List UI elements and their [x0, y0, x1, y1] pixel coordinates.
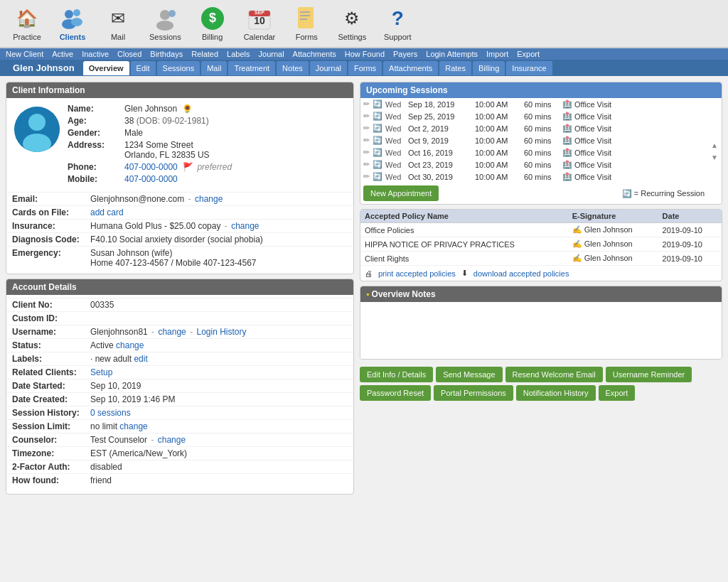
scroll-up-arrow[interactable]: ▲	[710, 141, 719, 150]
mobile-link[interactable]: 407-000-0000	[124, 174, 178, 184]
top-navigation: 🏠 Practice Clients ✉ Mail Sessions	[0, 0, 728, 48]
nav-calendar[interactable]: SEP 10 Calendar	[237, 3, 283, 44]
labels-edit-link[interactable]: edit	[134, 354, 147, 364]
policies-footer: 🖨 print accepted policies ⬇ download acc…	[360, 266, 722, 281]
nav-export[interactable]: Export	[517, 50, 540, 58]
username-reminder-button[interactable]: Username Reminder	[606, 367, 692, 382]
edit-session-icon[interactable]: ✏	[363, 148, 370, 157]
recurring-legend: 🔄 = Recurring Session	[622, 189, 705, 198]
tab-notes[interactable]: Notes	[277, 61, 309, 75]
nav-active[interactable]: Active	[52, 50, 73, 58]
edit-session-icon[interactable]: ✏	[363, 112, 370, 121]
session-history-label: Session History:	[12, 408, 90, 418]
nav-how-found[interactable]: How Found	[345, 50, 385, 58]
tab-insurance[interactable]: Insurance	[506, 61, 552, 75]
edit-session-icon[interactable]: ✏	[363, 99, 370, 109]
password-reset-button[interactable]: Password Reset	[360, 385, 431, 401]
nav-inactive[interactable]: Inactive	[82, 50, 109, 58]
recurring-icon: 🔄	[373, 136, 382, 145]
nav-related[interactable]: Related	[191, 50, 218, 58]
nav-support[interactable]: ? Support	[376, 3, 419, 44]
nav-journal[interactable]: Journal	[259, 50, 284, 58]
nav-forms[interactable]: Forms	[285, 3, 328, 44]
sessions-scroll[interactable]: ✏ 🔄 Wed Sep 18, 2019 10:00 AM 60 mins 🏥 …	[360, 98, 707, 183]
recurring-icon: 🔄	[373, 112, 382, 121]
nav-import[interactable]: Import	[486, 50, 508, 58]
recurring-icon: 🔄	[373, 148, 382, 157]
session-type-icon: 🏥	[562, 172, 572, 181]
notification-history-button[interactable]: Notification History	[516, 385, 596, 401]
counselor-change-link[interactable]: change	[158, 435, 186, 445]
session-row: ✏ 🔄 Wed Oct 9, 2019 10:00 AM 60 mins 🏥 O…	[360, 134, 707, 146]
edit-session-icon[interactable]: ✏	[363, 160, 370, 169]
date-created-label: Date Created:	[12, 394, 90, 404]
phone-link[interactable]: 407-000-0000	[124, 162, 178, 172]
session-type: 🏥 Office Visit	[562, 136, 611, 145]
right-panel: Upcoming Sessions ✏ 🔄 Wed Sep 18, 2019 1…	[360, 82, 722, 495]
download-policies-link[interactable]: download accepted policies	[473, 269, 569, 278]
account-details-card: Account Details Client No: 00335 Custom …	[6, 279, 354, 495]
twofa-row: 2-Factor Auth: disabled	[6, 460, 353, 473]
tab-mail[interactable]: Mail	[201, 61, 227, 75]
nav-attachments[interactable]: Attachments	[293, 50, 336, 58]
edit-session-icon[interactable]: ✏	[363, 172, 370, 181]
nav-login-attempts[interactable]: Login Attempts	[426, 50, 478, 58]
edit-session-icon[interactable]: ✏	[363, 124, 370, 133]
nav-payers[interactable]: Payers	[393, 50, 417, 58]
nav-settings[interactable]: ⚙ Settings	[331, 3, 373, 44]
session-date: Sep 18, 2019	[408, 100, 472, 109]
send-message-button[interactable]: Send Message	[436, 367, 502, 382]
tab-rates[interactable]: Rates	[439, 61, 471, 75]
scroll-down-arrow[interactable]: ▼	[710, 153, 719, 162]
tab-journal[interactable]: Journal	[310, 61, 347, 75]
session-limit-change-link[interactable]: change	[119, 421, 147, 431]
tab-billing[interactable]: Billing	[473, 61, 505, 75]
main-content: Client Information Name:	[0, 76, 728, 500]
nav-clients[interactable]: Clients	[51, 3, 94, 44]
login-history-link[interactable]: Login History	[196, 327, 246, 337]
session-history-link[interactable]: 0 sessions	[90, 408, 131, 418]
print-policies-link[interactable]: print accepted policies	[378, 269, 456, 278]
export-button[interactable]: Export	[599, 385, 636, 401]
nav-labels[interactable]: Labels	[227, 50, 250, 58]
nav-mail[interactable]: ✉ Mail	[97, 3, 139, 44]
left-panel: Client Information Name:	[6, 82, 354, 495]
policy-name-cell: Client Rights	[360, 252, 568, 266]
session-type-icon: 🏥	[562, 136, 572, 145]
portal-permissions-button[interactable]: Portal Permissions	[434, 385, 513, 401]
nav-billing-label: Billing	[202, 33, 223, 41]
svg-rect-15	[300, 15, 310, 16]
session-type: 🏥 Office Visit	[562, 99, 611, 109]
nav-billing[interactable]: $ Billing	[191, 3, 234, 44]
related-setup-link[interactable]: Setup	[90, 367, 112, 377]
tab-attachments[interactable]: Attachments	[383, 61, 438, 75]
session-day: Wed	[385, 112, 405, 121]
policy-row: Office Policies ✍ Glen Johnson 2019-09-1…	[360, 223, 722, 237]
tab-treatment[interactable]: Treatment	[228, 61, 275, 75]
session-day: Wed	[385, 136, 405, 145]
username-change-link[interactable]: change	[158, 327, 186, 337]
tab-edit[interactable]: Edit	[131, 61, 156, 75]
overview-notes-card: ▪ Overview Notes	[360, 286, 722, 360]
resend-welcome-button[interactable]: Resend Welcome Email	[505, 367, 603, 382]
edit-info-button[interactable]: Edit Info / Details	[360, 367, 433, 382]
email-change-link[interactable]: change	[195, 194, 223, 204]
policy-sig-cell: ✍ Glen Johnson	[568, 223, 658, 237]
tab-forms[interactable]: Forms	[348, 61, 382, 75]
nav-practice[interactable]: 🏠 Practice	[6, 3, 48, 44]
nav-new-client[interactable]: New Client	[6, 50, 43, 58]
status-change-link[interactable]: change	[116, 340, 144, 350]
session-type-icon: 🏥	[562, 160, 572, 169]
nav-sessions[interactable]: Sessions	[142, 3, 188, 44]
edit-session-icon[interactable]: ✏	[363, 136, 370, 145]
policies-table: Accepted Policy Name E-Signature Date Of…	[360, 210, 722, 266]
session-date: Oct 9, 2019	[408, 136, 472, 145]
nav-birthdays[interactable]: Birthdays	[150, 50, 183, 58]
insurance-change-link[interactable]: change	[231, 221, 259, 231]
session-time: 10:00 AM	[475, 124, 521, 133]
add-card-link[interactable]: add card	[90, 208, 124, 217]
tab-sessions[interactable]: Sessions	[157, 61, 200, 75]
new-appointment-button[interactable]: New Appointment	[363, 185, 439, 201]
nav-closed[interactable]: Closed	[117, 50, 141, 58]
tab-overview[interactable]: Overview	[83, 61, 129, 75]
